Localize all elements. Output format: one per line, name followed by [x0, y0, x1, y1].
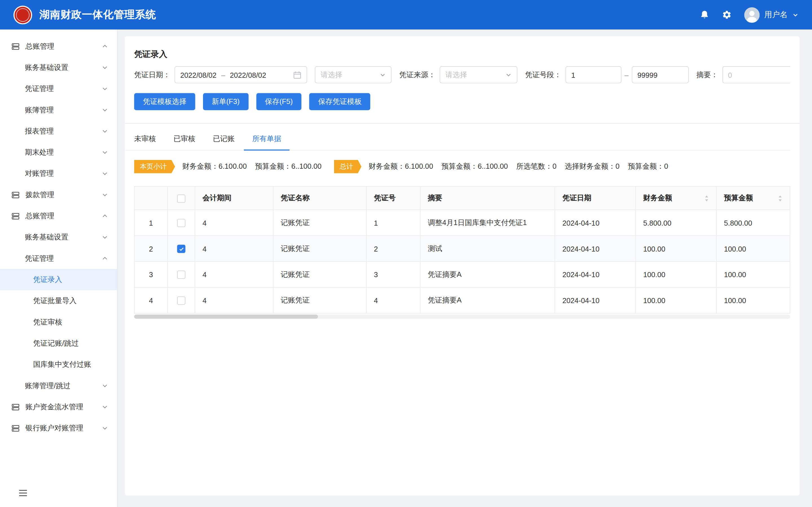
sidebar-item[interactable]: 账务基础设置 [0, 226, 117, 247]
row-checkbox[interactable] [177, 271, 185, 279]
cell-number: 3 [366, 262, 420, 287]
sidebar-item-label: 账户资金流水管理 [26, 402, 98, 411]
save-button[interactable]: 保存(F5) [256, 93, 302, 110]
sidebar-item-label: 国库集中支付过账 [33, 360, 108, 369]
table-row[interactable]: 44记账凭证4凭证摘要A2024-04-10100.00100.00 [135, 287, 790, 313]
sidebar-collapse-button[interactable] [18, 490, 28, 499]
sidebar-item[interactable]: 期末处理 [0, 142, 117, 163]
cell-amount: 100.00 [636, 236, 717, 262]
cell-checkbox [167, 287, 195, 313]
total-summary: 财务金额：6.100.00预算金额：6..100.00所选笔数：0选择财务金额：… [369, 162, 668, 171]
date-range-value: 2022/08/02 – 2022/08/02 [180, 71, 266, 79]
chevron-up-icon [102, 213, 108, 219]
cell-date: 2024-04-10 [555, 287, 636, 313]
column-header-budget[interactable]: 预算金额 [716, 186, 790, 210]
cell-period: 4 [195, 287, 273, 313]
sidebar-item[interactable]: 账务基础设置 [0, 57, 117, 78]
column-label: 预算金额 [724, 193, 753, 203]
cell-name: 记账凭证 [273, 210, 366, 236]
sort-icon[interactable] [778, 194, 783, 202]
cell-period: 4 [195, 210, 273, 236]
sidebar-item-label: 拨款管理 [26, 190, 98, 200]
sidebar-item[interactable]: 对账管理 [0, 163, 117, 184]
summary-stat: 预算金额：0 [628, 162, 668, 171]
sidebar-item[interactable]: 总账管理 [0, 36, 117, 57]
sidebar-item[interactable]: 凭证批量导入 [0, 290, 117, 311]
page-summary: 财务金额：6.100.00预算金额：6..100.00 [183, 162, 322, 171]
cell-budget: 100.00 [716, 236, 790, 262]
range-dash: – [624, 71, 628, 79]
sidebar-item[interactable]: 账簿管理/跳过 [0, 375, 117, 396]
select-all-checkbox[interactable] [177, 194, 185, 203]
abstract-input[interactable] [722, 66, 790, 83]
chevron-down-icon [792, 11, 799, 18]
cell-name: 记账凭证 [273, 262, 366, 287]
main-content: 凭证录入 凭证日期： 2022/08/02 – 2022/08/02 [117, 30, 812, 507]
scrollbar-thumb[interactable] [134, 315, 318, 319]
voucher-source-select[interactable]: 请选择 [440, 66, 517, 83]
sidebar-item[interactable]: 银行账户对账管理 [0, 417, 117, 439]
chevron-down-icon [379, 71, 386, 78]
cell-idx: 4 [135, 287, 168, 313]
sidebar-item[interactable]: 凭证管理 [0, 248, 117, 269]
voucher-date-range-input[interactable]: 2022/08/02 – 2022/08/02 [174, 66, 307, 83]
type-select[interactable]: 请选择 [315, 66, 392, 83]
sidebar-item[interactable]: 报表管理 [0, 121, 117, 142]
section-divider [125, 123, 800, 124]
sidebar-item[interactable]: 国库集中支付过账 [0, 354, 117, 375]
settings-gear-icon[interactable] [722, 10, 732, 20]
user-name: 用户名 [764, 10, 788, 20]
cell-period: 4 [195, 262, 273, 287]
user-menu[interactable]: 用户名 [744, 7, 799, 22]
row-checkbox[interactable] [177, 245, 185, 253]
tab-all-documents[interactable]: 所有单据 [244, 129, 290, 150]
sidebar-item-label: 凭证记账/跳过 [33, 339, 108, 348]
app-root: 湖南财政一体化管理系统 用户名 总账管理账务基础设置凭证管理账簿管理报表管理期末… [0, 0, 812, 507]
action-bar: 凭证模板选择新单(F3)保存(F5)保存凭证模板 [134, 93, 790, 110]
sidebar-item[interactable]: 拨款管理 [0, 184, 117, 205]
summary-stat: 预算金额：6..100.00 [255, 162, 322, 171]
cell-amount: 5.800.00 [636, 210, 717, 236]
cell-date: 2024-04-10 [555, 210, 636, 236]
cell-summary: 凭证摘要A [420, 262, 555, 287]
sidebar-item-label: 银行账户对账管理 [26, 424, 98, 433]
row-checkbox[interactable] [177, 297, 185, 305]
voucher-source-label: 凭证来源： [399, 70, 436, 79]
sidebar-item-label: 凭证审核 [33, 318, 108, 327]
avatar [744, 7, 760, 22]
sort-icon[interactable] [704, 194, 709, 202]
sidebar-item-label: 凭证录入 [33, 275, 108, 284]
voucher-number-from-input[interactable] [566, 66, 621, 83]
tab-approved[interactable]: 已审核 [165, 129, 204, 150]
chevron-down-icon [102, 192, 108, 198]
sidebar-item-label: 账簿管理/跳过 [25, 381, 98, 390]
sidebar-item[interactable]: 账簿管理 [0, 100, 117, 121]
sidebar-item[interactable]: 总账管理 [0, 205, 117, 226]
save-voucher-template-button[interactable]: 保存凭证模板 [309, 93, 370, 110]
voucher-number-to-input[interactable] [631, 66, 689, 83]
row-checkbox[interactable] [177, 219, 185, 227]
sidebar-item[interactable]: 账户资金流水管理 [0, 396, 117, 417]
summary-stat: 所选笔数：0 [516, 162, 557, 171]
table-row[interactable]: 24记账凭证2测试2024-04-10100.00100.00 [135, 236, 790, 262]
tab-unapproved[interactable]: 未审核 [126, 129, 164, 150]
sidebar-item[interactable]: 凭证管理 [0, 78, 117, 99]
type-select-placeholder: 请选择 [320, 70, 342, 79]
new-voucher-button[interactable]: 新单(F3) [203, 93, 248, 110]
sidebar-item-label: 对账管理 [25, 169, 98, 178]
notification-bell-icon[interactable] [700, 10, 709, 20]
chevron-up-icon [102, 256, 108, 261]
sidebar-item[interactable]: 凭证记账/跳过 [0, 333, 117, 354]
sidebar-item[interactable]: 凭证审核 [0, 312, 117, 333]
horizontal-scrollbar[interactable] [134, 315, 790, 319]
chevron-up-icon [102, 43, 108, 49]
cell-idx: 3 [135, 262, 168, 287]
voucher-template-select-button[interactable]: 凭证模板选择 [134, 93, 195, 110]
column-header-amount[interactable]: 财务金额 [636, 186, 717, 210]
cell-amount: 100.00 [636, 287, 717, 313]
tab-posted[interactable]: 已记账 [205, 129, 243, 150]
sidebar-item[interactable]: 凭证录入 [0, 269, 117, 290]
table-row[interactable]: 14记账凭证1调整4月1日国库集中支付凭证12024-04-105.800.00… [135, 210, 790, 236]
table-row[interactable]: 34记账凭证3凭证摘要A2024-04-10100.00100.00 [135, 262, 790, 287]
sidebar-item-label: 账务基础设置 [25, 233, 98, 242]
